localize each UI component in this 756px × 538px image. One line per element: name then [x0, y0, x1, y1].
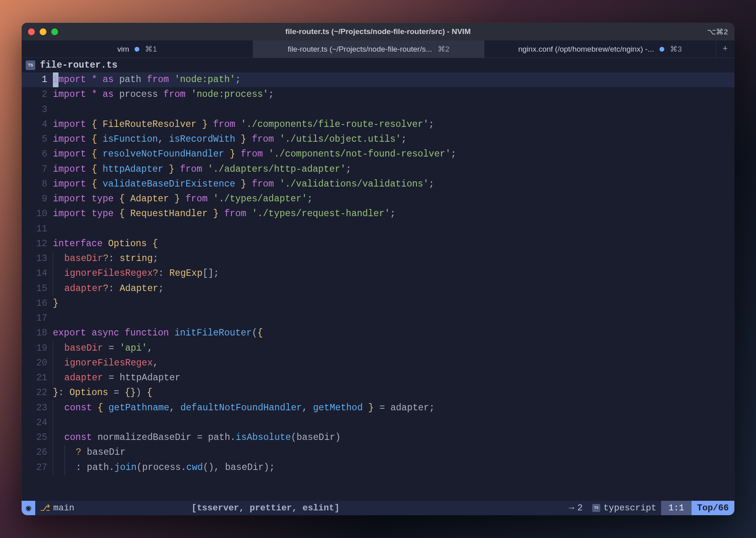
line-number: 2 — [22, 87, 53, 102]
line-number: 14 — [22, 266, 53, 281]
code-line[interactable]: 10import type { RequestHandler } from '.… — [22, 207, 734, 221]
branch-name: main — [53, 503, 74, 513]
code-content: baseDir?: string; — [53, 251, 734, 266]
code-line[interactable]: 2import * as process from 'node:process'… — [22, 87, 734, 102]
line-number: 20 — [22, 356, 53, 371]
traffic-lights — [28, 28, 58, 35]
code-content: baseDir = 'api', — [53, 341, 734, 356]
code-line[interactable]: 7import { httpAdapter } from './adapters… — [22, 162, 734, 177]
line-number: 8 — [22, 177, 53, 192]
lsp-status: [tsserver, prettier, eslint] — [191, 503, 340, 513]
code-content: import { FileRouteResolver } from './com… — [53, 117, 734, 132]
code-line[interactable]: 12interface Options { — [22, 237, 734, 251]
code-content — [53, 311, 734, 326]
code-line[interactable]: 18export async function initFileRouter({ — [22, 326, 734, 341]
code-content: import { validateBaseDirExistence } from… — [53, 177, 734, 192]
code-line[interactable]: 6import { resolveNotFoundHandler } from … — [22, 147, 734, 162]
code-line[interactable]: 24 — [22, 416, 734, 430]
code-line[interactable]: 8import { validateBaseDirExistence } fro… — [22, 177, 734, 192]
code-content: ignoreFilesRegex, — [53, 356, 734, 371]
line-number: 5 — [22, 132, 53, 147]
line-number: 23 — [22, 401, 53, 416]
code-line[interactable]: 9import type { Adapter } from './types/a… — [22, 192, 734, 207]
app-window: file-router.ts (~/Projects/node-file-rou… — [22, 23, 734, 515]
code-line[interactable]: 21 adapter = httpAdapter — [22, 371, 734, 385]
code-content: interface Options { — [53, 237, 734, 251]
code-content: adapter?: Adapter; — [53, 281, 734, 296]
code-line[interactable]: 11 — [22, 222, 734, 237]
line-number: 7 — [22, 162, 53, 177]
code-content: : path.join(process.cwd(), baseDir); — [53, 460, 734, 475]
code-line[interactable]: 19 baseDir = 'api', — [22, 341, 734, 356]
tab-1[interactable]: file-router.ts (~/Projects/node-file-rou… — [253, 40, 485, 58]
filetype-indicator: TS typescript — [587, 501, 661, 515]
line-number: 3 — [22, 102, 53, 117]
code-line[interactable]: 1import * as path from 'node:path'; — [22, 72, 734, 87]
code-line[interactable]: 23 const { getPathname, defaultNotFoundH… — [22, 401, 734, 416]
new-tab-button[interactable]: + — [716, 40, 734, 58]
code-line[interactable]: 22}: Options = {}) { — [22, 385, 734, 400]
line-number: 12 — [22, 237, 53, 251]
line-number: 26 — [22, 445, 53, 460]
line-number: 22 — [22, 385, 53, 400]
titlebar: file-router.ts (~/Projects/node-file-rou… — [22, 23, 734, 40]
line-number: 24 — [22, 416, 53, 430]
code-content: import type { RequestHandler } from './t… — [53, 207, 734, 221]
code-line[interactable]: 15 adapter?: Adapter; — [22, 281, 734, 296]
code-content: import { isFunction, isRecordWith } from… — [53, 132, 734, 147]
close-button[interactable] — [28, 28, 35, 35]
maximize-button[interactable] — [51, 28, 58, 35]
code-line[interactable]: 14 ignoreFilesRegex?: RegExp[]; — [22, 266, 734, 281]
line-number: 17 — [22, 311, 53, 326]
filetype-name: typescript — [603, 503, 656, 513]
code-content — [53, 416, 734, 430]
code-line[interactable]: 25 const normalizedBaseDir = path.isAbso… — [22, 430, 734, 445]
tab-label: vim — [117, 45, 129, 54]
line-number: 25 — [22, 430, 53, 445]
code-line[interactable]: 27 : path.join(process.cwd(), baseDir); — [22, 460, 734, 475]
line-number: 19 — [22, 341, 53, 356]
tab-label: nginx.conf (/opt/homebrew/etc/nginx) -..… — [518, 45, 654, 54]
line-number: 4 — [22, 117, 53, 132]
code-line[interactable]: 17 — [22, 311, 734, 326]
tab-shortcut: ⌘2 — [438, 44, 450, 54]
code-content — [53, 222, 734, 237]
editor[interactable]: 1import * as path from 'node:path';2impo… — [22, 72, 734, 501]
code-line[interactable]: 16} — [22, 296, 734, 311]
tab-2[interactable]: nginx.conf (/opt/homebrew/etc/nginx) -..… — [485, 40, 716, 58]
code-content: import * as path from 'node:path'; — [53, 72, 734, 87]
code-content: const { getPathname, defaultNotFoundHand… — [53, 401, 734, 416]
tab-0[interactable]: vim⌘1 — [22, 40, 253, 58]
mode-indicator: ◉ — [22, 501, 35, 515]
indent-indicator: → 2 — [564, 501, 587, 515]
code-content: adapter = httpAdapter — [53, 371, 734, 385]
modified-dot-icon — [659, 47, 664, 52]
window-shortcut-hint: ⌥⌘2 — [707, 27, 728, 36]
code-line[interactable]: 13 baseDir?: string; — [22, 251, 734, 266]
code-content: ? baseDir — [53, 445, 734, 460]
minimize-button[interactable] — [40, 28, 46, 35]
code-content: import { resolveNotFoundHandler } from '… — [53, 147, 734, 162]
line-number: 9 — [22, 192, 53, 207]
typescript-icon: TS — [592, 504, 600, 512]
indent-icon: → — [569, 503, 574, 513]
code-content: import * as process from 'node:process'; — [53, 87, 734, 102]
line-number: 11 — [22, 222, 53, 237]
line-number: 16 — [22, 296, 53, 311]
code-content — [53, 102, 734, 117]
breadcrumb-filename: file-router.ts — [40, 60, 117, 70]
typescript-icon: TS — [26, 60, 35, 70]
tab-shortcut: ⌘3 — [670, 44, 682, 54]
code-line[interactable]: 20 ignoreFilesRegex, — [22, 356, 734, 371]
tab-shortcut: ⌘1 — [145, 44, 157, 54]
code-content: export async function initFileRouter({ — [53, 326, 734, 341]
code-line[interactable]: 26 ? baseDir — [22, 445, 734, 460]
scroll-progress: Top/66 — [692, 501, 734, 515]
code-line[interactable]: 3 — [22, 102, 734, 117]
code-line[interactable]: 4import { FileRouteResolver } from './co… — [22, 117, 734, 132]
line-number: 10 — [22, 207, 53, 221]
code-line[interactable]: 5import { isFunction, isRecordWith } fro… — [22, 132, 734, 147]
code-content: ignoreFilesRegex?: RegExp[]; — [53, 266, 734, 281]
code-content: }: Options = {}) { — [53, 385, 734, 400]
git-branch[interactable]: ⎇ main — [35, 501, 79, 515]
